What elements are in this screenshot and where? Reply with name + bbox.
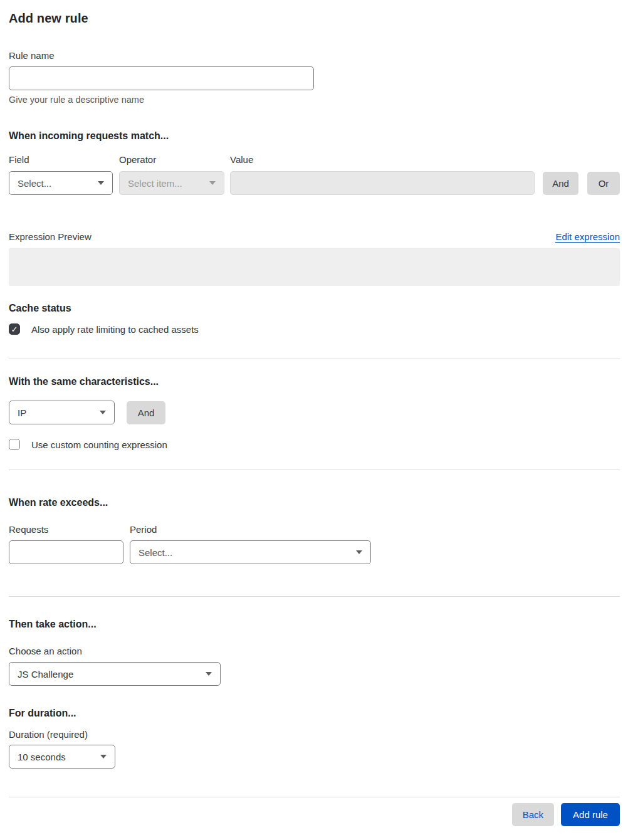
requests-label: Requests [9,524,123,535]
cached-assets-checkbox[interactable]: ✓ [9,323,20,335]
field-select[interactable]: Select... [9,171,113,195]
value-input[interactable] [230,171,535,195]
chevron-down-icon [209,181,216,185]
field-select-value: Select... [18,178,51,189]
check-icon: ✓ [11,325,18,333]
page-title: Add new rule [9,11,620,26]
operator-select[interactable]: Select item... [119,171,224,195]
or-condition-button[interactable]: Or [587,172,620,195]
for-duration-heading: For duration... [9,708,620,719]
operator-label: Operator [119,154,224,165]
footer-actions: Back Add rule [9,803,620,826]
custom-counting-checkbox[interactable] [9,439,20,450]
characteristic-select[interactable]: IP [9,401,115,424]
period-label: Period [130,524,371,535]
chevron-down-icon [100,755,107,759]
add-characteristic-button[interactable]: And [127,401,165,424]
add-rule-form: Add new rule Rule name Give your rule a … [0,0,628,840]
characteristic-select-value: IP [18,407,26,418]
rule-name-section: Rule name Give your rule a descriptive n… [9,50,620,105]
take-action-heading: Then take action... [9,619,620,630]
counting-expression-row: Use custom counting expression [9,439,620,450]
match-section-heading: When incoming requests match... [9,130,620,142]
value-label: Value [230,154,535,165]
duration-label: Duration (required) [9,729,620,740]
expression-preview-header: Expression Preview Edit expression [9,231,620,243]
section-divider [9,470,620,470]
rate-exceeds-heading: When rate exceeds... [9,497,620,508]
rate-row: Requests Period Select... [9,524,620,564]
action-select[interactable]: JS Challenge [9,662,221,686]
rule-name-helper: Give your rule a descriptive name [9,95,620,105]
operator-select-value: Select item... [128,178,182,189]
match-builder-row: Field Select... Operator Select item... … [9,154,620,195]
requests-input[interactable] [9,540,123,564]
duration-select-value: 10 seconds [18,752,66,762]
rule-name-label: Rule name [9,50,620,61]
footer-divider [9,797,620,797]
chevron-down-icon [98,181,104,185]
and-condition-button[interactable]: And [543,172,578,195]
expression-preview-label: Expression Preview [9,231,92,243]
characteristics-heading: With the same characteristics... [9,376,620,387]
chevron-down-icon [100,411,106,414]
cache-status-heading: Cache status [9,303,620,314]
cached-assets-checkbox-label: Also apply rate limiting to cached asset… [31,324,199,335]
period-select[interactable]: Select... [130,540,371,564]
period-select-value: Select... [139,547,172,558]
characteristics-row: IP And [9,401,620,424]
action-select-value: JS Challenge [18,669,73,680]
choose-action-label: Choose an action [9,646,620,657]
chevron-down-icon [206,672,212,676]
add-rule-button[interactable]: Add rule [561,803,620,826]
field-label: Field [9,154,113,165]
edit-expression-link[interactable]: Edit expression [555,231,620,243]
rule-name-input[interactable] [9,66,314,90]
section-divider [9,359,620,359]
cache-status-checkbox-row: ✓ Also apply rate limiting to cached ass… [9,323,620,335]
expression-preview-box [9,248,620,286]
back-button[interactable]: Back [512,803,554,826]
custom-counting-checkbox-label: Use custom counting expression [31,439,167,450]
section-divider [9,596,620,597]
duration-select[interactable]: 10 seconds [9,745,115,769]
chevron-down-icon [356,550,362,554]
